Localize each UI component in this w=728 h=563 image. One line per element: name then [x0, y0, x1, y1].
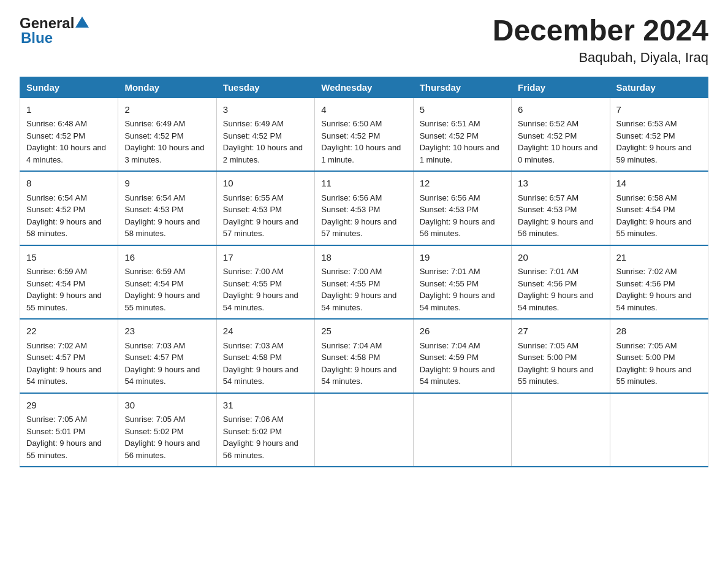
day-number: 2	[124, 103, 210, 117]
day-number: 1	[26, 103, 112, 117]
page-header: General Blue December 2024 Baqubah, Diya…	[20, 15, 708, 66]
day-info: Sunrise: 6:56 AMSunset: 4:53 PMDaylight:…	[420, 193, 495, 239]
calendar-week-row: 1 Sunrise: 6:48 AMSunset: 4:52 PMDayligh…	[20, 98, 708, 171]
day-info: Sunrise: 7:02 AMSunset: 4:56 PMDaylight:…	[616, 267, 692, 312]
table-row	[610, 393, 708, 467]
day-info: Sunrise: 7:03 AMSunset: 4:58 PMDaylight:…	[223, 341, 298, 386]
day-info: Sunrise: 6:56 AMSunset: 4:53 PMDaylight:…	[321, 193, 396, 239]
day-number: 6	[518, 103, 603, 117]
calendar-week-row: 22 Sunrise: 7:02 AMSunset: 4:57 PMDaylig…	[20, 319, 708, 393]
weekday-header-row: Sunday Monday Tuesday Wednesday Thursday…	[20, 77, 708, 98]
day-info: Sunrise: 6:51 AMSunset: 4:52 PMDaylight:…	[420, 119, 499, 164]
day-number: 17	[223, 251, 308, 265]
day-number: 25	[321, 324, 406, 339]
table-row: 30 Sunrise: 7:05 AMSunset: 5:02 PMDaylig…	[118, 393, 216, 467]
day-number: 31	[223, 399, 308, 413]
header-sunday: Sunday	[20, 77, 118, 98]
table-row: 20 Sunrise: 7:01 AMSunset: 4:56 PMDaylig…	[512, 245, 610, 320]
day-number: 29	[26, 399, 112, 413]
header-wednesday: Wednesday	[315, 77, 413, 98]
table-row: 5 Sunrise: 6:51 AMSunset: 4:52 PMDayligh…	[413, 98, 511, 171]
day-number: 22	[26, 324, 112, 339]
day-info: Sunrise: 6:59 AMSunset: 4:54 PMDaylight:…	[124, 267, 200, 312]
title-block: December 2024 Baqubah, Diyala, Iraq	[493, 15, 708, 66]
table-row: 8 Sunrise: 6:54 AMSunset: 4:52 PMDayligh…	[20, 171, 118, 245]
table-row: 22 Sunrise: 7:02 AMSunset: 4:57 PMDaylig…	[20, 319, 118, 393]
header-monday: Monday	[118, 77, 216, 98]
day-info: Sunrise: 6:57 AMSunset: 4:53 PMDaylight:…	[518, 193, 593, 239]
day-info: Sunrise: 6:54 AMSunset: 4:52 PMDaylight:…	[26, 193, 102, 239]
table-row: 9 Sunrise: 6:54 AMSunset: 4:53 PMDayligh…	[118, 171, 216, 245]
table-row: 13 Sunrise: 6:57 AMSunset: 4:53 PMDaylig…	[512, 171, 610, 245]
calendar-week-row: 29 Sunrise: 7:05 AMSunset: 5:01 PMDaylig…	[20, 393, 708, 467]
day-number: 28	[616, 324, 702, 339]
day-info: Sunrise: 7:02 AMSunset: 4:57 PMDaylight:…	[26, 341, 102, 386]
logo-blue-text: Blue	[21, 29, 53, 47]
day-info: Sunrise: 6:53 AMSunset: 4:52 PMDaylight:…	[616, 119, 692, 164]
day-number: 24	[223, 324, 308, 339]
day-info: Sunrise: 7:05 AMSunset: 5:01 PMDaylight:…	[26, 415, 102, 460]
day-number: 5	[420, 103, 505, 117]
calendar-week-row: 15 Sunrise: 6:59 AMSunset: 4:54 PMDaylig…	[20, 245, 708, 320]
table-row	[512, 393, 610, 467]
day-info: Sunrise: 6:52 AMSunset: 4:52 PMDaylight:…	[518, 119, 597, 164]
day-number: 23	[124, 324, 210, 339]
table-row: 27 Sunrise: 7:05 AMSunset: 5:00 PMDaylig…	[512, 319, 610, 393]
day-info: Sunrise: 7:01 AMSunset: 4:56 PMDaylight:…	[518, 267, 593, 312]
table-row: 14 Sunrise: 6:58 AMSunset: 4:54 PMDaylig…	[610, 171, 708, 245]
table-row: 16 Sunrise: 6:59 AMSunset: 4:54 PMDaylig…	[118, 245, 216, 320]
table-row: 10 Sunrise: 6:55 AMSunset: 4:53 PMDaylig…	[216, 171, 314, 245]
day-number: 30	[124, 399, 210, 413]
header-tuesday: Tuesday	[216, 77, 314, 98]
day-number: 9	[124, 177, 210, 191]
table-row: 19 Sunrise: 7:01 AMSunset: 4:55 PMDaylig…	[413, 245, 511, 320]
day-number: 13	[518, 177, 603, 191]
table-row: 4 Sunrise: 6:50 AMSunset: 4:52 PMDayligh…	[315, 98, 413, 171]
day-info: Sunrise: 7:05 AMSunset: 5:00 PMDaylight:…	[518, 341, 593, 386]
header-friday: Friday	[512, 77, 610, 98]
table-row	[315, 393, 413, 467]
table-row: 15 Sunrise: 6:59 AMSunset: 4:54 PMDaylig…	[20, 245, 118, 320]
day-number: 11	[321, 177, 406, 191]
table-row	[413, 393, 511, 467]
table-row: 25 Sunrise: 7:04 AMSunset: 4:58 PMDaylig…	[315, 319, 413, 393]
day-info: Sunrise: 7:05 AMSunset: 5:02 PMDaylight:…	[124, 415, 200, 460]
day-number: 15	[26, 251, 112, 265]
day-info: Sunrise: 6:48 AMSunset: 4:52 PMDaylight:…	[26, 119, 106, 164]
table-row: 7 Sunrise: 6:53 AMSunset: 4:52 PMDayligh…	[610, 98, 708, 171]
table-row: 2 Sunrise: 6:49 AMSunset: 4:52 PMDayligh…	[118, 98, 216, 171]
calendar-subtitle: Baqubah, Diyala, Iraq	[493, 50, 708, 66]
day-info: Sunrise: 7:00 AMSunset: 4:55 PMDaylight:…	[223, 267, 298, 312]
svg-marker-0	[75, 17, 89, 28]
day-number: 14	[616, 177, 702, 191]
day-number: 18	[321, 251, 406, 265]
day-info: Sunrise: 6:54 AMSunset: 4:53 PMDaylight:…	[124, 193, 200, 239]
calendar-table: Sunday Monday Tuesday Wednesday Thursday…	[20, 77, 708, 468]
table-row: 29 Sunrise: 7:05 AMSunset: 5:01 PMDaylig…	[20, 393, 118, 467]
table-row: 1 Sunrise: 6:48 AMSunset: 4:52 PMDayligh…	[20, 98, 118, 171]
logo: General Blue	[20, 15, 89, 47]
day-info: Sunrise: 7:04 AMSunset: 4:59 PMDaylight:…	[420, 341, 495, 386]
day-info: Sunrise: 7:05 AMSunset: 5:00 PMDaylight:…	[616, 341, 692, 386]
day-number: 16	[124, 251, 210, 265]
day-number: 12	[420, 177, 505, 191]
table-row: 18 Sunrise: 7:00 AMSunset: 4:55 PMDaylig…	[315, 245, 413, 320]
day-info: Sunrise: 7:03 AMSunset: 4:57 PMDaylight:…	[124, 341, 200, 386]
header-thursday: Thursday	[413, 77, 511, 98]
day-info: Sunrise: 6:50 AMSunset: 4:52 PMDaylight:…	[321, 119, 401, 164]
day-info: Sunrise: 7:01 AMSunset: 4:55 PMDaylight:…	[420, 267, 495, 312]
day-number: 10	[223, 177, 308, 191]
logo-triangle-icon	[75, 17, 89, 28]
day-number: 3	[223, 103, 308, 117]
day-number: 7	[616, 103, 702, 117]
table-row: 21 Sunrise: 7:02 AMSunset: 4:56 PMDaylig…	[610, 245, 708, 320]
day-number: 20	[518, 251, 603, 265]
day-info: Sunrise: 6:55 AMSunset: 4:53 PMDaylight:…	[223, 193, 298, 239]
day-info: Sunrise: 6:59 AMSunset: 4:54 PMDaylight:…	[26, 267, 102, 312]
day-info: Sunrise: 7:04 AMSunset: 4:58 PMDaylight:…	[321, 341, 396, 386]
day-number: 19	[420, 251, 505, 265]
table-row: 31 Sunrise: 7:06 AMSunset: 5:02 PMDaylig…	[216, 393, 314, 467]
table-row: 26 Sunrise: 7:04 AMSunset: 4:59 PMDaylig…	[413, 319, 511, 393]
day-info: Sunrise: 6:49 AMSunset: 4:52 PMDaylight:…	[124, 119, 204, 164]
day-info: Sunrise: 6:58 AMSunset: 4:54 PMDaylight:…	[616, 193, 692, 239]
